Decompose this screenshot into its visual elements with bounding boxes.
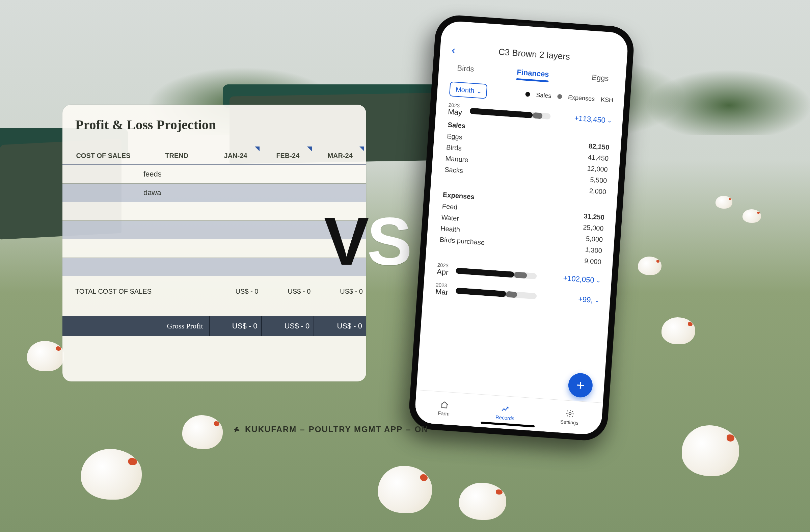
month-label: May xyxy=(448,107,463,117)
chicken xyxy=(743,209,761,223)
sheet-title: Profit & Loss Projection xyxy=(75,117,366,133)
chevron-down-icon: ⌄ xyxy=(476,87,483,95)
table-row[interactable] xyxy=(62,221,366,239)
svg-point-0 xyxy=(569,412,571,415)
month-label: Mar xyxy=(435,287,449,297)
chicken xyxy=(27,341,64,371)
sales-expense-bar xyxy=(456,287,537,299)
phone-screen: ‹ C3 Brown 2 layers Birds Finances Eggs … xyxy=(414,20,629,435)
month-block[interactable]: 2023May +113,450⌄ SalesEggs82,150Birds41… xyxy=(438,102,613,268)
month-list: 2023May +113,450⌄ SalesEggs82,150Birds41… xyxy=(435,102,612,307)
chart-legend: Sales Expenses KSH xyxy=(525,91,614,103)
tabbar: Birds Finances Eggs xyxy=(457,64,609,83)
chevron-down-icon: ⌄ xyxy=(596,277,601,284)
flag-icon xyxy=(359,146,364,151)
net-amount: +102,050⌄ xyxy=(563,274,601,285)
nav-farm[interactable]: Farm xyxy=(438,400,451,417)
phone-mockup: ‹ C3 Brown 2 layers Birds Finances Eggs … xyxy=(408,14,635,442)
currency-label: KSH xyxy=(600,96,613,104)
tab-eggs[interactable]: Eggs xyxy=(592,73,609,83)
page-title: C3 Brown 2 layers xyxy=(452,43,616,65)
tab-birds[interactable]: Birds xyxy=(457,64,474,74)
sales-expense-bar xyxy=(456,267,537,279)
back-button[interactable]: ‹ xyxy=(451,43,456,57)
nav-records[interactable]: Records xyxy=(496,404,515,421)
spreadsheet-panel: Profit & Loss Projection COST OF SALES T… xyxy=(62,104,366,382)
tab-finances[interactable]: Finances xyxy=(517,68,549,79)
period-selector[interactable]: Month⌄ xyxy=(449,81,487,99)
col-mar[interactable]: MAR-24 xyxy=(314,144,366,165)
projection-table: COST OF SALES TREND JAN-24 FEB-24 MAR-24… xyxy=(62,144,366,336)
col-feb[interactable]: FEB-24 xyxy=(262,144,314,165)
table-row[interactable]: dawa xyxy=(62,184,366,202)
table-header-row: COST OF SALES TREND JAN-24 FEB-24 MAR-24 xyxy=(62,144,366,165)
net-amount: +99,⌄ xyxy=(578,295,599,305)
table-row[interactable] xyxy=(62,239,366,258)
table-row[interactable] xyxy=(62,202,366,221)
table-row[interactable] xyxy=(62,258,366,276)
flag-icon xyxy=(255,146,260,151)
nav-settings[interactable]: Settings xyxy=(560,408,579,426)
col-trend: TREND xyxy=(139,144,210,165)
chicken xyxy=(378,466,432,513)
vs-label: VS xyxy=(324,203,410,280)
chicken xyxy=(81,449,142,500)
col-cost: COST OF SALES xyxy=(62,144,139,165)
table-row[interactable]: feeds xyxy=(62,165,366,184)
month-block[interactable]: 2023Mar +99,⌄ xyxy=(435,282,600,307)
legend-dot-sales xyxy=(525,92,530,97)
month-label: Apr xyxy=(436,267,449,277)
chicken xyxy=(182,415,223,449)
divider xyxy=(75,141,353,141)
flag-icon xyxy=(307,146,312,151)
chicken xyxy=(662,317,695,344)
brand-line: KUKUFARM – POULTRY MGMT APP – ON xyxy=(233,425,428,434)
col-jan[interactable]: JAN-24 xyxy=(210,144,262,165)
farm-icon xyxy=(440,400,449,409)
net-amount: +113,450⌄ xyxy=(574,114,612,125)
logo-icon xyxy=(233,425,242,434)
chicken xyxy=(682,425,739,476)
chicken xyxy=(459,483,506,520)
records-icon xyxy=(501,404,510,414)
chicken xyxy=(638,257,662,275)
comparison-graphic: Profit & Loss Projection COST OF SALES T… xyxy=(0,0,810,532)
sales-expense-bar xyxy=(469,108,551,119)
chicken xyxy=(715,196,732,209)
gross-profit-row: Gross Profit US$ - 0 US$ - 0 US$ - 0 xyxy=(62,316,366,336)
chevron-down-icon: ⌄ xyxy=(607,117,612,124)
gear-icon xyxy=(565,409,575,418)
total-row: TOTAL COST OF SALES US$ - 0 US$ - 0 US$ … xyxy=(62,276,366,300)
chevron-down-icon: ⌄ xyxy=(595,297,599,304)
legend-dot-expenses xyxy=(557,94,562,99)
